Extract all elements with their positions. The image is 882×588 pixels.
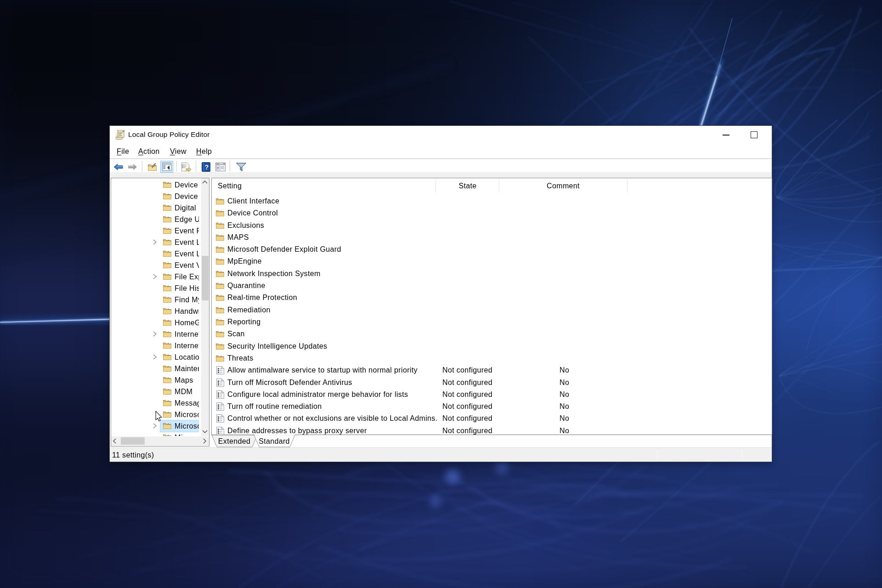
svg-text:?: ? [205, 164, 209, 171]
svg-text:Standard: Standard [259, 437, 290, 445]
svg-text:Extended: Extended [218, 437, 250, 445]
